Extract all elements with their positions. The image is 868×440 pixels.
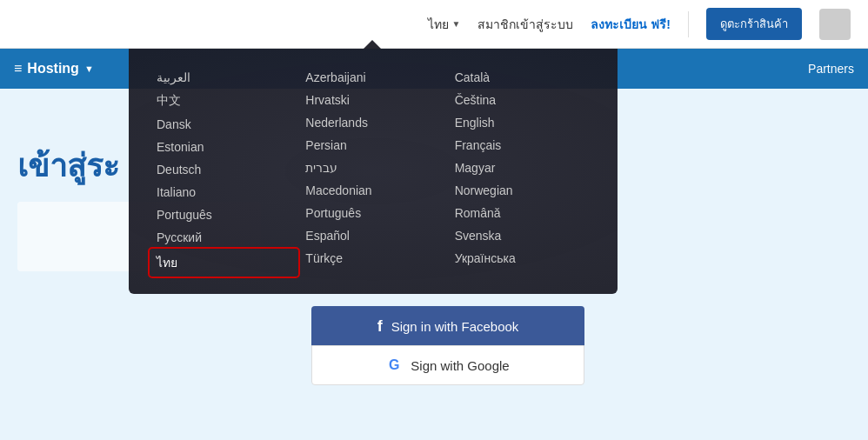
- avatar[interactable]: [819, 9, 851, 40]
- cart-button[interactable]: ดูตะกร้าสินค้า: [706, 8, 802, 40]
- lang-item-zh[interactable]: 中文: [150, 89, 298, 113]
- lang-item-fr[interactable]: Français: [448, 134, 597, 157]
- lang-item-hr[interactable]: Hrvatski: [298, 89, 447, 111]
- lang-item-mk[interactable]: Macedonian: [298, 179, 447, 202]
- lang-item-es[interactable]: Español: [298, 224, 447, 247]
- facebook-signin-button[interactable]: f Sign in with Facebook: [311, 306, 584, 346]
- signin-link[interactable]: สมาชิกเข้าสู่ระบบ: [477, 15, 573, 34]
- lang-item-no[interactable]: Norwegian: [448, 179, 597, 202]
- lang-col-3: Català Čeština English Français Magyar N…: [448, 66, 597, 277]
- facebook-icon: f: [377, 317, 383, 336]
- lang-item-uk[interactable]: Українська: [448, 247, 597, 270]
- language-dropdown: العربية 中文 Dansk Estonian Deutsch Italia…: [129, 49, 618, 294]
- hosting-label: Hosting: [27, 61, 79, 77]
- lang-item-fa[interactable]: Persian: [298, 134, 447, 157]
- lang-col-2: Azerbaijani Hrvatski Nederlands Persian …: [298, 66, 447, 277]
- top-nav: ไทย ▼ สมาชิกเข้าสู่ระบบ ลงทะเบียน ฟรี! ด…: [0, 0, 868, 49]
- lang-item-it[interactable]: Italiano: [150, 181, 298, 203]
- lang-item-az[interactable]: Azerbaijani: [298, 66, 447, 89]
- nav-divider: [688, 11, 689, 37]
- lang-item-en[interactable]: English: [448, 111, 597, 134]
- lang-item-ro[interactable]: Română: [448, 202, 597, 224]
- lang-item-tr[interactable]: Türkçe: [298, 247, 447, 270]
- lang-item-et[interactable]: Estonian: [150, 136, 298, 158]
- hosting-menu-button[interactable]: ≡ Hosting ▼: [14, 61, 94, 77]
- lang-item-th[interactable]: ไทย: [150, 249, 298, 277]
- lang-item-pt[interactable]: Português: [150, 203, 298, 226]
- lang-item-he[interactable]: עברית: [298, 157, 447, 179]
- lang-item-ru[interactable]: Русский: [150, 226, 298, 249]
- google-signin-button[interactable]: G Sign with Google: [311, 345, 584, 385]
- google-btn-label: Sign with Google: [411, 358, 509, 373]
- facebook-btn-label: Sign in with Facebook: [391, 319, 519, 334]
- hamburger-icon: ≡: [14, 61, 22, 77]
- language-selector[interactable]: ไทย ▼: [428, 15, 461, 34]
- lang-item-ca[interactable]: Català: [448, 66, 597, 89]
- partners-button[interactable]: Partners: [808, 62, 854, 76]
- lang-item-cs[interactable]: Čeština: [448, 89, 597, 111]
- lang-item-da[interactable]: Dansk: [150, 113, 298, 136]
- lang-item-ar[interactable]: العربية: [150, 66, 298, 89]
- google-icon: G: [386, 357, 402, 373]
- lang-item-hu[interactable]: Magyar: [448, 157, 597, 179]
- language-columns: العربية 中文 Dansk Estonian Deutsch Italia…: [150, 66, 597, 277]
- lang-item-de[interactable]: Deutsch: [150, 158, 298, 181]
- page-heading: เข้าสู่ระ: [17, 141, 119, 190]
- top-nav-items: ไทย ▼ สมาชิกเข้าสู่ระบบ ลงทะเบียน ฟรี! ด…: [428, 8, 851, 40]
- social-login-buttons: f Sign in with Facebook G Sign with Goog…: [311, 306, 584, 385]
- lang-col-1: العربية 中文 Dansk Estonian Deutsch Italia…: [150, 66, 298, 277]
- register-link[interactable]: ลงทะเบียน ฟรี!: [591, 15, 671, 34]
- lang-item-pt2[interactable]: Português: [298, 202, 447, 224]
- chevron-down-icon: ▼: [452, 19, 461, 29]
- hosting-chevron-icon: ▼: [84, 63, 94, 74]
- lang-item-nl[interactable]: Nederlands: [298, 111, 447, 134]
- language-label: ไทย: [428, 15, 449, 34]
- lang-item-sv[interactable]: Svenska: [448, 224, 597, 247]
